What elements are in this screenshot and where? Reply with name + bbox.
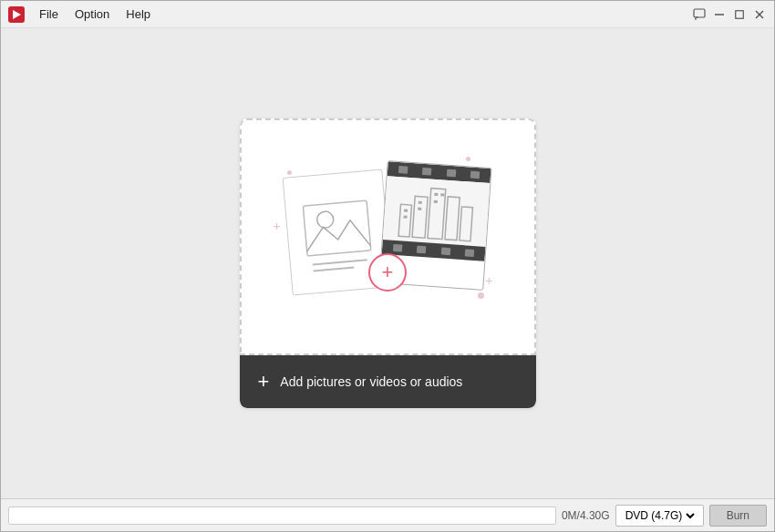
chat-button[interactable] [692, 7, 707, 22]
svg-point-10 [316, 210, 335, 229]
status-bar: 0M/4.30G DVD (4.7G) DVD (8.5G) BD-25 BD-… [1, 498, 774, 531]
svg-rect-4 [736, 10, 744, 18]
menu-help[interactable]: Help [119, 5, 158, 24]
svg-rect-2 [694, 9, 705, 17]
add-bar-plus-icon: + [258, 372, 270, 392]
chat-icon [693, 8, 706, 21]
minimize-icon [715, 14, 724, 15]
add-bar-label: Add pictures or videos or audios [280, 374, 462, 389]
film-hole [417, 246, 427, 254]
svg-rect-20 [434, 193, 438, 196]
film-hole [393, 244, 403, 252]
close-button[interactable] [752, 7, 767, 22]
film-content [383, 176, 491, 247]
drop-zone-inner: + + [240, 118, 536, 355]
minimize-button[interactable] [712, 7, 727, 22]
film-hole [446, 169, 456, 178]
size-indicator: 0M/4.30G [562, 509, 610, 522]
decoration-plus-1: + [274, 219, 281, 233]
svg-line-7 [313, 260, 367, 264]
svg-rect-19 [418, 208, 421, 210]
media-illustration: + [287, 164, 488, 310]
dvd-select[interactable]: DVD (4.7G) DVD (8.5G) BD-25 BD-50 [615, 505, 704, 527]
maximize-icon [735, 10, 744, 19]
svg-rect-15 [459, 207, 472, 241]
title-bar: File Option Help [1, 1, 774, 28]
film-hole [465, 249, 475, 257]
svg-line-8 [314, 267, 355, 271]
svg-rect-17 [403, 216, 407, 219]
svg-rect-9 [303, 200, 371, 256]
maximize-button[interactable] [732, 7, 747, 22]
film-scene-icon [393, 177, 480, 246]
svg-rect-18 [418, 201, 421, 204]
main-content: + + [1, 28, 774, 498]
svg-rect-16 [403, 210, 407, 212]
burn-button[interactable]: Burn [709, 505, 767, 527]
decoration-dot-2 [466, 157, 470, 161]
dvd-dropdown[interactable]: DVD (4.7G) DVD (8.5G) BD-25 BD-50 [622, 508, 698, 523]
svg-rect-22 [433, 200, 437, 203]
svg-rect-21 [440, 193, 444, 196]
film-hole [440, 248, 450, 256]
title-bar-controls [692, 7, 767, 22]
film-hole [470, 171, 480, 179]
add-media-circle-button[interactable]: + [368, 253, 407, 292]
film-hole [422, 168, 432, 176]
close-icon [755, 10, 764, 19]
title-bar-left: File Option Help [8, 5, 158, 24]
photo-icon [297, 186, 377, 279]
app-icon [8, 6, 25, 23]
menu-file[interactable]: File [32, 5, 66, 24]
svg-rect-14 [444, 197, 459, 240]
menu-option[interactable]: Option [67, 5, 117, 24]
film-hole [398, 166, 408, 174]
add-media-bar[interactable]: + Add pictures or videos or audios [240, 355, 536, 408]
drop-zone[interactable]: + + [240, 118, 536, 408]
progress-bar [8, 506, 556, 525]
